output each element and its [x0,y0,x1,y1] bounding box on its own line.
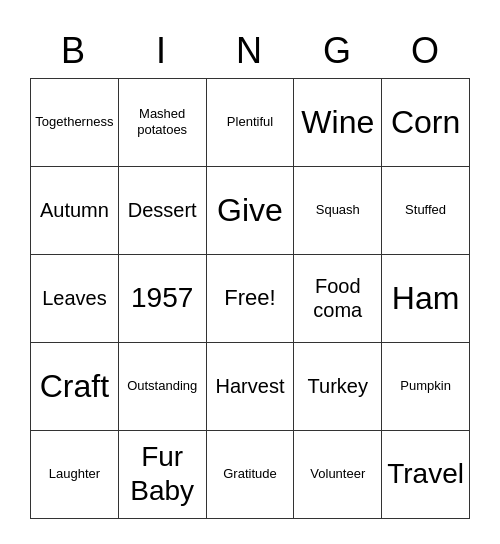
header-letter: B [30,26,118,78]
bingo-cell-11: 1957 [119,255,207,343]
bingo-cell-14: Ham [382,255,470,343]
bingo-cell-13: Food coma [294,255,382,343]
bingo-header: BINGO [30,26,470,78]
bingo-cell-23: Volunteer [294,431,382,519]
bingo-card: BINGO TogethernessMashed potatoesPlentif… [20,16,480,529]
bingo-cell-4: Corn [382,79,470,167]
bingo-cell-9: Stuffed [382,167,470,255]
bingo-cell-20: Laughter [31,431,119,519]
header-letter: I [118,26,206,78]
bingo-cell-6: Dessert [119,167,207,255]
bingo-cell-16: Outstanding [119,343,207,431]
bingo-cell-17: Harvest [207,343,295,431]
bingo-cell-5: Autumn [31,167,119,255]
bingo-cell-21: Fur Baby [119,431,207,519]
bingo-cell-18: Turkey [294,343,382,431]
bingo-cell-12: Free! [207,255,295,343]
bingo-cell-8: Squash [294,167,382,255]
bingo-cell-19: Pumpkin [382,343,470,431]
bingo-cell-22: Gratitude [207,431,295,519]
bingo-grid: TogethernessMashed potatoesPlentifulWine… [30,78,470,519]
bingo-cell-1: Mashed potatoes [119,79,207,167]
bingo-cell-7: Give [207,167,295,255]
header-letter: O [382,26,470,78]
bingo-cell-3: Wine [294,79,382,167]
header-letter: N [206,26,294,78]
bingo-cell-10: Leaves [31,255,119,343]
bingo-cell-2: Plentiful [207,79,295,167]
bingo-cell-0: Togetherness [31,79,119,167]
bingo-cell-24: Travel [382,431,470,519]
header-letter: G [294,26,382,78]
bingo-cell-15: Craft [31,343,119,431]
